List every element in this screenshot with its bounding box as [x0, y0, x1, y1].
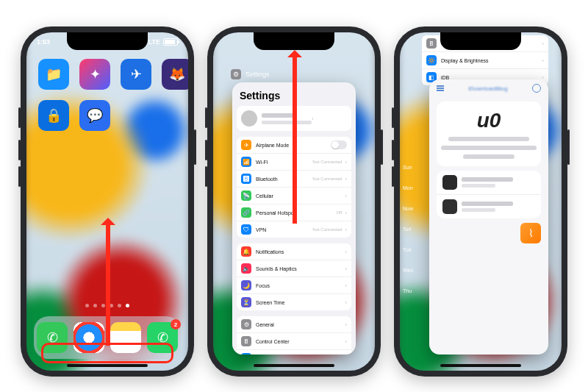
headline-blur: [463, 154, 514, 159]
row-icon: 🎚: [426, 38, 437, 49]
annotation-highlight: [41, 343, 173, 363]
chevron-icon: ›: [542, 40, 544, 47]
app-switcher[interactable]: ⚙︎ Settings Settings › ✈︎ Airplane Mode …: [213, 32, 375, 371]
badge: 2: [171, 319, 181, 329]
app-shortcuts[interactable]: ✦: [79, 59, 110, 90]
home-icon-grid: 📁 ✦ ✈︎ 🦊 🔒 💬: [38, 59, 188, 131]
day-label: Tod: [403, 219, 413, 240]
battery-icon: [163, 38, 178, 46]
network-label: LTE: [148, 38, 160, 46]
row-label: Screen Time: [256, 300, 345, 305]
chevron-icon: ›: [345, 227, 347, 233]
app-files[interactable]: 📁: [38, 59, 69, 90]
row-icon: 📶: [241, 157, 251, 167]
chevron-icon: ›: [345, 299, 347, 306]
row-icon: 🔆: [241, 353, 251, 354]
settings-row[interactable]: 🎚 Control Center ›: [237, 332, 351, 349]
chevron-icon: ›: [345, 249, 347, 255]
today-view-day-rail: SunMonNowTodTueWedThu: [403, 157, 413, 302]
phone-frame-2: ⚙︎ Settings Settings › ✈︎ Airplane Mode …: [207, 26, 381, 377]
featured-article[interactable]: u0: [437, 101, 541, 166]
chevron-icon: ›: [542, 74, 544, 81]
row-label: Sounds & Haptics: [256, 266, 345, 271]
row-label: Control Center: [256, 339, 345, 344]
phone-frame-3: 🎚 Control Center ›🔆 Display & Brightness…: [394, 26, 567, 377]
day-label: Now: [403, 199, 413, 219]
settings-row[interactable]: 🌙 Focus ›: [237, 277, 351, 293]
chevron-icon: ›: [345, 159, 347, 165]
annotation-arrow-up: [293, 53, 297, 224]
chevron-icon: ›: [345, 266, 347, 272]
row-icon: 🔆: [426, 55, 437, 65]
row-label: Bluetooth: [256, 177, 312, 182]
row-label: Notifications: [256, 249, 345, 254]
row-label: Wi-Fi: [256, 160, 312, 165]
row-icon: 📡: [241, 190, 251, 201]
app-testflight[interactable]: ✈︎: [121, 59, 151, 90]
day-label: Tue: [403, 240, 413, 260]
row-icon: 🌙: [241, 280, 251, 291]
switcher-card-header: ⚙︎ Settings: [231, 69, 270, 79]
row-label: VPN: [256, 227, 312, 232]
day-label: Sun: [403, 157, 413, 178]
settings-row[interactable]: 🔔 Notifications ›: [237, 243, 351, 260]
notch: [440, 32, 521, 50]
row-label: Display & Brightness: [441, 58, 542, 63]
switcher-card-idb[interactable]: iDownloadBlog u0 ⌇: [429, 79, 548, 354]
day-label: Mon: [403, 178, 413, 199]
settings-general-group: ⚙︎ General ›🎚 Control Center ›🔆 Display …: [237, 316, 351, 354]
home-indicator[interactable]: [67, 364, 148, 367]
notch: [67, 32, 148, 50]
chevron-icon: ›: [542, 57, 544, 64]
chevron-icon: ›: [345, 176, 347, 182]
settings-row[interactable]: 🔆 Display & Brightness ›: [237, 349, 351, 354]
row-label: General: [256, 322, 345, 327]
row-icon: 🔗: [241, 207, 251, 218]
chevron-icon: ›: [345, 282, 347, 289]
app-authenticator[interactable]: 🔒: [38, 100, 69, 131]
list-item[interactable]: [437, 194, 541, 218]
settings-notifications-group: 🔔 Notifications ›🔈 Sounds & Haptics ›🌙 F…: [237, 243, 351, 310]
row-label: Cellular: [256, 193, 342, 199]
switcher-card-title: Settings: [245, 71, 270, 78]
featured-logo: u0: [477, 109, 501, 132]
widget-title: iDownloadBlog: [468, 85, 507, 92]
settings-row[interactable]: ⚙︎ General ›: [237, 316, 351, 332]
home-screen[interactable]: 1:53 LTE 📁 ✦ ✈︎ 🦊 🔒 💬 ✆: [26, 32, 188, 371]
app-firefox[interactable]: 🦊: [162, 59, 188, 90]
gear-icon[interactable]: [532, 84, 541, 93]
rss-icon[interactable]: ⌇: [520, 223, 541, 243]
annotation-arrow-up: [106, 221, 110, 346]
chevron-icon: ›: [345, 338, 347, 345]
row-value: Off: [336, 210, 342, 215]
settings-row[interactable]: 🔈 Sounds & Haptics ›: [237, 260, 351, 277]
day-label: Thu: [403, 281, 413, 302]
home-indicator[interactable]: [440, 364, 521, 367]
chevron-icon: ›: [345, 193, 347, 199]
avatar: [241, 110, 257, 126]
chevron-icon: ›: [345, 321, 347, 328]
row-value: Not Connected: [312, 160, 342, 164]
toggle[interactable]: [331, 140, 347, 149]
list-item[interactable]: [437, 171, 541, 194]
menu-icon[interactable]: [437, 85, 444, 91]
row-icon: 🛡: [241, 224, 251, 235]
row-icon: ⏳: [241, 297, 251, 307]
account-subtitle: [262, 121, 312, 124]
app-signal[interactable]: 💬: [79, 100, 110, 131]
row-value: Not Connected: [312, 227, 342, 232]
row-icon: 🔈: [241, 263, 251, 274]
settings-row[interactable]: 🔆 Display & Brightness ›: [422, 51, 548, 68]
account-name-blur: [262, 113, 295, 118]
article-list: [437, 171, 541, 218]
app-switcher-stack[interactable]: 🎚 Control Center ›🔆 Display & Brightness…: [400, 32, 562, 371]
home-indicator[interactable]: [254, 364, 334, 367]
chevron-icon: ›: [345, 210, 347, 216]
settings-row[interactable]: ⏳ Screen Time ›: [237, 293, 351, 310]
row-value: Not Connected: [312, 177, 342, 181]
day-label: Wed: [403, 260, 413, 281]
row-icon: ⚙︎: [241, 319, 251, 329]
gear-icon: ⚙︎: [231, 69, 241, 79]
clock: 1:53: [37, 38, 50, 46]
row-icon: ✈︎: [241, 140, 251, 150]
